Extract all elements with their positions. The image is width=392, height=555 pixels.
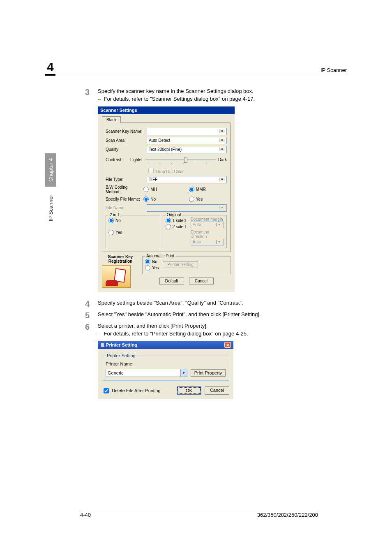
chevron-down-icon: ▾ — [180, 369, 187, 377]
original-group: Original 1 sided 2 sided Document Margin… — [163, 215, 227, 248]
close-icon[interactable]: ✕ — [224, 342, 231, 348]
coding-label: B/W Coding Method: — [106, 185, 143, 194]
doc-direction-label: Document Direction — [191, 230, 224, 239]
chevron-down-icon: ▼ — [219, 206, 225, 210]
dropout-color-label: Drop Out Color — [156, 169, 184, 174]
file-type-value: TIFF — [149, 177, 157, 182]
quality-combo[interactable]: Text 200dpi (Fine) ▼ — [147, 146, 227, 153]
autoprint-no-label: No — [152, 259, 157, 264]
scanner-settings-dialog: Scanner Settings Black Scanner Key Name:… — [98, 106, 235, 292]
chevron-down-icon: ▼ — [219, 139, 225, 142]
cancel-button[interactable]: Cancel — [189, 278, 214, 284]
printer-setting-legend: Printer Setting — [106, 353, 137, 358]
side-tab: IP Scanner Chapter 4 — [45, 153, 56, 226]
delete-after-printing-label: Delete File After Printing — [112, 388, 161, 393]
tab-panel-black: Scanner Key Name: ▼ Scan Area: Auto Dete… — [102, 123, 231, 252]
step-3-main: Specify the scanner key name in the Scan… — [98, 88, 254, 94]
step-6-main: Select a printer, and then click [Print … — [98, 323, 208, 329]
step-3-text: Specify the scanner key name in the Scan… — [98, 88, 347, 103]
delete-after-printing-checkbox[interactable]: Delete File After Printing — [102, 387, 161, 395]
header-title: IP Scanner — [321, 67, 347, 73]
step-6: 6 Select a printer, and then click [Prin… — [82, 322, 347, 338]
doc-margin-combo: Auto▼ — [191, 222, 224, 228]
quality-value: Text 200dpi (Fine) — [149, 147, 182, 152]
chevron-down-icon: ▼ — [219, 130, 225, 133]
chevron-down-icon: ▼ — [219, 148, 225, 151]
printer-name-combo[interactable]: Generic ▾ — [106, 369, 187, 377]
tab-black[interactable]: Black — [102, 116, 121, 123]
doc-direction-value: Auto — [193, 240, 201, 244]
step-6-sub: – For details, refer to "Printer Setting… — [98, 331, 248, 337]
step-3-num: 3 — [82, 88, 90, 103]
step-3-sub-text: For details, refer to "Scanner Settings … — [104, 96, 255, 102]
doc-direction-combo: Auto▼ — [191, 239, 224, 245]
coding-mmr-radio[interactable]: MMR — [189, 187, 227, 192]
autoprint-no-radio[interactable]: No — [145, 259, 159, 264]
scanner-key-registration-image — [102, 265, 131, 288]
specify-no-radio[interactable]: No — [143, 197, 181, 202]
original-legend: Original — [166, 213, 182, 217]
page-header: 4 IP Scanner — [45, 58, 347, 75]
side-tab-chapter: Chapter 4 — [45, 153, 56, 187]
auto-print-group: Automatic Print No Yes Printer Setting — [142, 256, 231, 274]
chevron-down-icon: ▼ — [219, 178, 225, 181]
default-button[interactable]: Default — [159, 278, 184, 284]
contrast-lighter: Lighter — [130, 157, 143, 162]
file-type-combo[interactable]: TIFF ▼ — [147, 176, 227, 183]
printer-name-value: Generic — [108, 370, 124, 375]
scan-area-combo[interactable]: Auto Detect ▼ — [147, 137, 227, 144]
onesided-label: 1 sided — [173, 218, 186, 223]
step-4: 4 Specify settings beside "Scan Area", "… — [82, 299, 347, 308]
coding-mmr-label: MMR — [196, 187, 206, 192]
page-footer: 4-40 362/350/282/250/222/200 — [80, 510, 318, 518]
ok-button[interactable]: OK — [177, 386, 201, 395]
contrast-dark: Dark — [218, 157, 227, 162]
doc-margin-value: Auto — [193, 222, 201, 227]
step-6-sub-text: For details, refer to "Printer Setting d… — [104, 331, 248, 337]
contrast-slider[interactable]: · · · · · · · — [145, 157, 216, 165]
scanner-dialog-titlebar: Scanner Settings — [98, 106, 235, 114]
scanner-key-name-label: Scanner Key Name: — [106, 129, 147, 134]
specify-filename-label: Specify File Name: — [106, 197, 143, 201]
quality-label: Quality: — [106, 147, 147, 152]
coding-mh-radio[interactable]: MH — [143, 187, 181, 192]
scanner-key-name-combo[interactable]: ▼ — [147, 128, 227, 135]
print-property-button[interactable]: Print Property — [191, 369, 226, 377]
autoprint-yes-radio[interactable]: Yes — [145, 265, 159, 271]
step-3-sub: – For details, refer to "Scanner Setting… — [98, 96, 255, 102]
printer-dialog-titlebar: 🖶 Printer Setting ✕ — [98, 341, 233, 349]
step-3: 3 Specify the scanner key name in the Sc… — [82, 88, 347, 103]
chevron-down-icon: ▼ — [216, 223, 222, 227]
two-in-one-group: 2 in 1 No Yes — [106, 215, 160, 248]
step-4-text: Specify settings beside "Scan Area", "Qu… — [98, 299, 347, 308]
scan-area-value: Auto Detect — [149, 138, 170, 143]
specify-yes-radio[interactable]: Yes — [189, 197, 227, 202]
footer-page: 4-40 — [80, 512, 91, 518]
content-area: 3 Specify the scanner key name in the Sc… — [82, 88, 347, 399]
step-6-num: 6 — [82, 322, 90, 338]
printer-setting-dialog: 🖶 Printer Setting ✕ Printer Setting Prin… — [98, 341, 233, 399]
chapter-number: 4 — [45, 60, 55, 76]
step-5-num: 5 — [82, 311, 90, 320]
side-tab-section: IP Scanner — [45, 190, 56, 226]
printer-dialog-title-text: Printer Setting — [106, 342, 137, 347]
filename-label: File Name: — [106, 206, 147, 210]
cancel-button[interactable]: Cancel — [205, 386, 229, 395]
twosided-radio[interactable]: 2 sided — [166, 224, 188, 229]
doc-margin-label: Document Margin — [191, 217, 224, 222]
twoin1-yes-radio[interactable]: Yes — [108, 230, 157, 235]
step-5: 5 Select "Yes" beside "Automatic Print",… — [82, 311, 347, 320]
twosided-label: 2 sided — [173, 224, 186, 229]
specify-yes-label: Yes — [196, 197, 203, 201]
twoin1-no-radio[interactable]: No — [108, 218, 157, 223]
scanner-dialog-title: Scanner Settings — [100, 108, 137, 113]
chevron-down-icon: ▼ — [216, 240, 222, 244]
step-6-text: Select a printer, and then click [Print … — [98, 322, 347, 338]
contrast-label: Contrast: — [106, 157, 130, 162]
twoin1-no-label: No — [115, 218, 121, 223]
printer-name-label: Printer Name: — [106, 361, 226, 366]
onesided-radio[interactable]: 1 sided — [166, 218, 188, 223]
footer-model: 362/350/282/250/222/200 — [257, 512, 318, 518]
scanner-key-reg-label: Scanner Key Registration — [102, 254, 139, 264]
autoprint-yes-label: Yes — [152, 266, 159, 270]
